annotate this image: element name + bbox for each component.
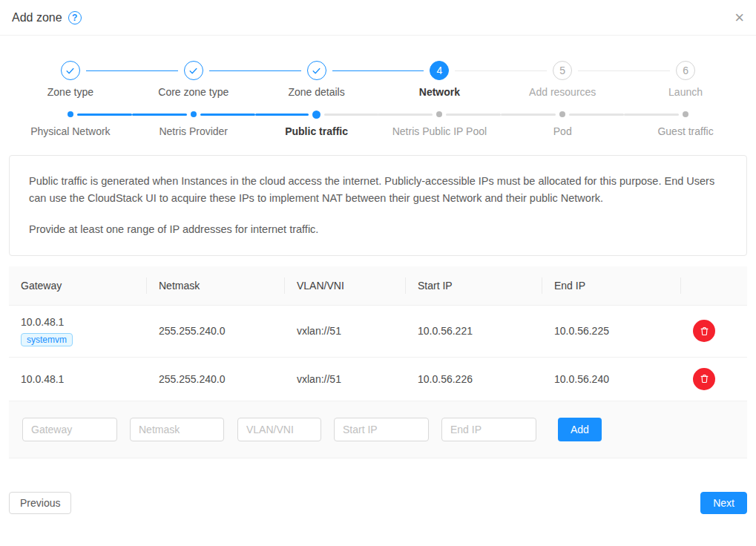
step-connector (455, 70, 501, 71)
substep-connector (255, 114, 309, 116)
public-traffic-description-card: Public traffic is generated when Instanc… (9, 155, 747, 256)
step-connector (701, 70, 747, 71)
step-connector (332, 70, 378, 71)
endip-input[interactable] (441, 418, 536, 441)
substep-connector (624, 114, 679, 116)
netmask-value: 255.255.240.0 (147, 305, 285, 357)
step-connector (255, 70, 301, 71)
step-connector (209, 70, 255, 71)
substep-label: Netris Provider (159, 125, 228, 137)
substep-connector (324, 114, 378, 116)
wizard-footer: Previous Next (9, 492, 747, 514)
column-header-actions (681, 266, 747, 305)
substep-dot-icon (191, 111, 197, 117)
substep-label: Pod (553, 125, 572, 137)
step-label: Core zone type (158, 86, 229, 98)
network-substepper: Physical Network Netris Provider Public … (9, 110, 747, 137)
startip-value: 10.0.56.221 (406, 305, 542, 357)
step-label: Network (419, 86, 460, 98)
step-zone-details: Zone details (255, 61, 378, 98)
substep-connector (569, 114, 624, 116)
previous-button[interactable]: Previous (9, 492, 71, 514)
step-number-badge: 4 (430, 61, 449, 80)
gateway-value: 10.0.48.1 (9, 357, 147, 401)
check-circle-icon (307, 61, 326, 80)
startip-input[interactable] (334, 418, 429, 441)
step-launch: 6 Launch (624, 61, 747, 98)
description-paragraph: Public traffic is generated when Instanc… (29, 173, 727, 208)
step-connector (578, 70, 624, 71)
delete-range-button[interactable] (693, 320, 715, 342)
gateway-input[interactable] (22, 418, 117, 441)
substep-connector (692, 114, 747, 116)
check-circle-icon (184, 61, 203, 80)
vlan-value: vxlan://51 (285, 305, 406, 357)
step-connector (624, 70, 670, 71)
substep-pod: Pod (501, 110, 624, 137)
endip-value: 10.0.56.240 (542, 357, 681, 401)
step-label: Zone details (288, 86, 344, 98)
step-connector (132, 70, 178, 71)
substep-connector (446, 114, 501, 116)
substep-dot-icon (312, 111, 321, 119)
step-number-badge: 5 (553, 61, 572, 80)
substep-dot-icon (68, 111, 73, 117)
substep-connector (501, 114, 556, 116)
vlan-value: vxlan://51 (285, 357, 406, 401)
step-core-zone-type: Core zone type (132, 61, 255, 98)
table-header-row: Gateway Netmask VLAN/VNI Start IP End IP (9, 266, 747, 305)
netmask-value: 255.255.240.0 (147, 357, 285, 401)
table-row: 10.0.48.1 systemvm 255.255.240.0 vxlan:/… (9, 305, 747, 357)
step-number-badge: 6 (676, 61, 695, 80)
ip-range-table: Gateway Netmask VLAN/VNI Start IP End IP… (9, 266, 747, 401)
netmask-input[interactable] (130, 418, 224, 441)
step-connector (9, 70, 55, 71)
vlan-input[interactable] (237, 418, 321, 441)
add-range-form: Add (9, 401, 747, 458)
column-header-startip: Start IP (406, 266, 542, 305)
description-paragraph: Provide at least one range of IP address… (29, 221, 727, 238)
startip-value: 10.0.56.226 (406, 357, 542, 401)
gateway-value: 10.0.48.1 (21, 316, 135, 328)
column-header-endip: End IP (542, 266, 681, 305)
help-icon[interactable]: ? (68, 11, 82, 24)
step-connector (86, 70, 132, 71)
substep-connector (378, 114, 433, 116)
step-add-resources: 5 Add resources (501, 61, 624, 98)
trash-icon (699, 326, 710, 337)
substep-netris-public-ip-pool: Netris Public IP Pool (378, 110, 501, 137)
column-header-netmask: Netmask (147, 266, 285, 305)
substep-connector (200, 114, 255, 116)
substep-dot-icon (436, 111, 442, 117)
step-label: Launch (668, 86, 703, 98)
substep-guest-traffic: Guest traffic (624, 110, 747, 137)
modal-content: Zone type Core zone type Zone details (0, 61, 756, 514)
add-range-button[interactable]: Add (558, 418, 602, 441)
step-network: 4 Network (378, 61, 501, 98)
systemvm-tag: systemvm (21, 333, 73, 346)
trash-icon (699, 373, 710, 384)
substep-connector (77, 114, 132, 116)
substep-connector (9, 114, 64, 116)
substep-label: Physical Network (30, 125, 110, 137)
column-header-gateway: Gateway (9, 266, 147, 305)
substep-public-traffic: Public traffic (255, 110, 378, 137)
substep-netris-provider: Netris Provider (132, 110, 255, 137)
substep-connector (132, 114, 187, 116)
step-connector (378, 70, 424, 71)
substep-label: Netris Public IP Pool (392, 125, 487, 137)
substep-dot-icon (559, 111, 565, 117)
close-icon[interactable]: × (734, 10, 744, 26)
substep-label: Public traffic (285, 125, 348, 137)
substep-physical-network: Physical Network (9, 110, 132, 137)
table-row: 10.0.48.1 255.255.240.0 vxlan://51 10.0.… (9, 357, 747, 401)
substep-label: Guest traffic (657, 125, 713, 137)
step-label: Add resources (529, 86, 596, 98)
ip-range-table-wrap: Gateway Netmask VLAN/VNI Start IP End IP… (9, 266, 747, 458)
delete-range-button[interactable] (693, 368, 715, 390)
column-header-vlan: VLAN/VNI (285, 266, 406, 305)
step-zone-type: Zone type (9, 61, 132, 98)
check-circle-icon (61, 61, 80, 80)
step-label: Zone type (47, 86, 93, 98)
next-button[interactable]: Next (700, 492, 747, 514)
